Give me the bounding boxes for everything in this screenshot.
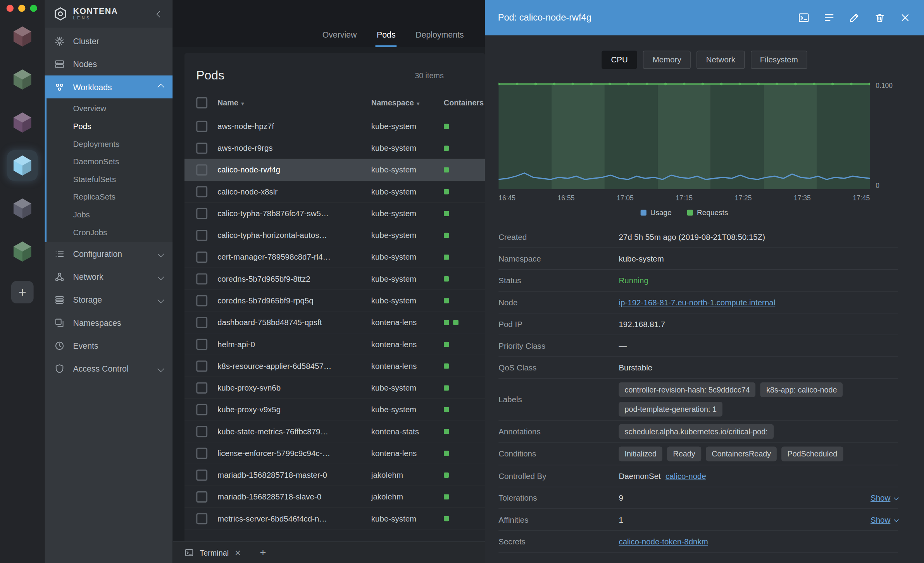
chip: scheduler.alpha.kubernetes.io/critical-p… bbox=[619, 424, 774, 439]
terminal-icon bbox=[184, 548, 194, 557]
cluster-tile-2[interactable] bbox=[7, 64, 38, 95]
row-checkbox[interactable] bbox=[196, 273, 207, 284]
table-row[interactable]: calico-typha-78b876fc47-sw5…kube-system bbox=[184, 203, 485, 224]
pod-shell-icon[interactable] bbox=[798, 12, 810, 23]
table-row[interactable]: cert-manager-789598c8d7-rl4…kube-system bbox=[184, 246, 485, 268]
row-checkbox[interactable] bbox=[196, 229, 207, 241]
sidebar-item-storage[interactable]: Storage bbox=[45, 288, 173, 311]
traffic-light-maximize[interactable] bbox=[30, 5, 37, 12]
select-all-checkbox[interactable] bbox=[196, 97, 207, 108]
drawer-tab-cpu[interactable]: CPU bbox=[602, 51, 637, 69]
main-tab-pods[interactable]: Pods bbox=[376, 24, 397, 47]
sidebar-subitem-statefulsets[interactable]: StatefulSets bbox=[47, 170, 172, 188]
pod-logs-icon[interactable] bbox=[823, 12, 835, 23]
sidebar-subitem-cronjobs[interactable]: CronJobs bbox=[47, 223, 172, 241]
cluster-tile-5[interactable] bbox=[7, 193, 38, 224]
row-checkbox[interactable] bbox=[196, 360, 207, 372]
sidebar-item-access-control[interactable]: Access Control bbox=[45, 357, 173, 380]
row-checkbox[interactable] bbox=[196, 448, 207, 459]
table-row[interactable]: aws-node-r9rgskube-system bbox=[184, 137, 485, 159]
detail-link[interactable]: calico-node-token-8dnkm bbox=[619, 537, 708, 546]
sidebar-item-namespaces[interactable]: Namespaces bbox=[45, 311, 173, 334]
table-row[interactable]: calico-typha-horizontal-autos…kube-syste… bbox=[184, 224, 485, 246]
sidebar-subitem-replicasets[interactable]: ReplicaSets bbox=[47, 188, 172, 206]
container-status-dot bbox=[444, 472, 449, 478]
drawer-tab-memory[interactable]: Memory bbox=[643, 51, 691, 69]
cluster-tile-1[interactable] bbox=[7, 21, 38, 52]
table-row[interactable]: license-enforcer-5799c9c94c-…kontena-len… bbox=[184, 442, 485, 464]
detail-link[interactable]: ip-192-168-81-7.eu-north-1.compute.inter… bbox=[619, 298, 775, 307]
cluster-tile-3[interactable] bbox=[7, 107, 38, 138]
column-header-namespace[interactable]: Namespace▾ bbox=[371, 98, 444, 107]
sidebar-item-cluster[interactable]: Cluster bbox=[45, 29, 173, 52]
sidebar-item-network[interactable]: Network bbox=[45, 265, 173, 288]
sidebar-subitem-overview[interactable]: Overview bbox=[47, 100, 172, 117]
table-row[interactable]: dashboard-758bd48745-qpsftkontena-lens bbox=[184, 312, 485, 333]
row-checkbox[interactable] bbox=[196, 164, 207, 175]
row-checkbox[interactable] bbox=[196, 295, 207, 306]
cluster-tile-6[interactable] bbox=[7, 236, 38, 267]
sidebar-item-nodes[interactable]: Nodes bbox=[45, 52, 173, 75]
show-toggle[interactable]: Show bbox=[871, 515, 898, 524]
table-row[interactable]: coredns-5b7d965bf9-rpq5qkube-system bbox=[184, 290, 485, 312]
terminal-close-icon[interactable]: ✕ bbox=[234, 548, 241, 557]
column-header-name[interactable]: Name▾ bbox=[217, 98, 371, 107]
detail-text: 192.168.81.7 bbox=[619, 320, 665, 329]
main-tab-deployments[interactable]: Deployments bbox=[414, 24, 465, 47]
workloads-submenu: OverviewPodsDeploymentsDaemonSetsStatefu… bbox=[45, 98, 173, 242]
sidebar-item-configuration[interactable]: Configuration bbox=[45, 242, 173, 265]
row-checkbox[interactable] bbox=[196, 317, 207, 328]
sidebar-collapse-button[interactable] bbox=[155, 9, 164, 19]
row-checkbox[interactable] bbox=[196, 251, 207, 262]
column-header-containers[interactable]: Containers bbox=[444, 98, 485, 107]
cluster-tile-4[interactable] bbox=[7, 150, 38, 181]
sidebar-subitem-jobs[interactable]: Jobs bbox=[47, 206, 172, 224]
table-row[interactable]: coredns-5b7d965bf9-8ttz2kube-system bbox=[184, 268, 485, 290]
traffic-light-close[interactable] bbox=[7, 5, 14, 12]
table-row[interactable]: helm-api-0kontena-lens bbox=[184, 334, 485, 355]
table-row[interactable]: mariadb-1568285718-master-0jakolehm bbox=[184, 464, 485, 486]
row-checkbox[interactable] bbox=[196, 121, 207, 132]
row-checkbox[interactable] bbox=[196, 142, 207, 153]
edit-icon[interactable] bbox=[848, 12, 860, 23]
sidebar-subitem-daemonsets[interactable]: DaemonSets bbox=[47, 153, 172, 170]
app-window: + KONTENA LENS ClusterNodesWorkloadsOver… bbox=[0, 0, 924, 563]
drawer-tab-filesystem[interactable]: Filesystem bbox=[750, 51, 807, 69]
delete-icon[interactable] bbox=[874, 12, 886, 23]
row-checkbox[interactable] bbox=[196, 425, 207, 437]
row-checkbox[interactable] bbox=[196, 513, 207, 524]
table-row[interactable]: kube-proxy-svn6bkube-system bbox=[184, 377, 485, 399]
close-icon[interactable] bbox=[899, 12, 911, 23]
cell-containers bbox=[444, 450, 485, 456]
table-row[interactable]: metrics-server-6bd546f4cd-n…kube-system bbox=[184, 508, 485, 530]
sidebar-subitem-pods[interactable]: Pods bbox=[47, 117, 172, 135]
y-axis: 0.100 0 bbox=[870, 82, 924, 189]
cell-name: mariadb-1568285718-master-0 bbox=[217, 470, 371, 479]
row-checkbox[interactable] bbox=[196, 208, 207, 219]
table-row[interactable]: kube-state-metrics-76ffbc879…kontena-sta… bbox=[184, 421, 485, 442]
table-row[interactable]: calico-node-rwf4gkube-system bbox=[184, 159, 485, 181]
table-row[interactable]: aws-node-hpz7fkube-system bbox=[184, 115, 485, 137]
table-row[interactable]: mariadb-1568285718-slave-0jakolehm bbox=[184, 486, 485, 508]
add-cluster-button[interactable]: + bbox=[11, 281, 34, 303]
row-checkbox[interactable] bbox=[196, 469, 207, 480]
row-checkbox[interactable] bbox=[196, 382, 207, 393]
drawer-tab-network[interactable]: Network bbox=[696, 51, 745, 69]
terminal-tab-label[interactable]: Terminal bbox=[200, 548, 229, 557]
sidebar-item-workloads[interactable]: Workloads bbox=[45, 76, 173, 98]
row-checkbox[interactable] bbox=[196, 491, 207, 502]
traffic-light-minimize[interactable] bbox=[18, 5, 25, 12]
table-row[interactable]: k8s-resource-applier-6d58457…kontena-len… bbox=[184, 355, 485, 377]
row-checkbox[interactable] bbox=[196, 186, 207, 197]
sidebar-subitem-deployments[interactable]: Deployments bbox=[47, 135, 172, 153]
show-toggle[interactable]: Show bbox=[871, 493, 898, 502]
sidebar-item-label: Nodes bbox=[73, 59, 97, 69]
terminal-add-icon[interactable]: + bbox=[260, 546, 266, 559]
row-checkbox[interactable] bbox=[196, 404, 207, 415]
controlled-by-link[interactable]: calico-node bbox=[665, 472, 706, 480]
sidebar-item-events[interactable]: Events bbox=[45, 334, 173, 357]
main-tab-overview[interactable]: Overview bbox=[321, 24, 358, 47]
row-checkbox[interactable] bbox=[196, 338, 207, 350]
table-row[interactable]: kube-proxy-v9x5gkube-system bbox=[184, 399, 485, 420]
table-row[interactable]: calico-node-x8slrkube-system bbox=[184, 181, 485, 203]
